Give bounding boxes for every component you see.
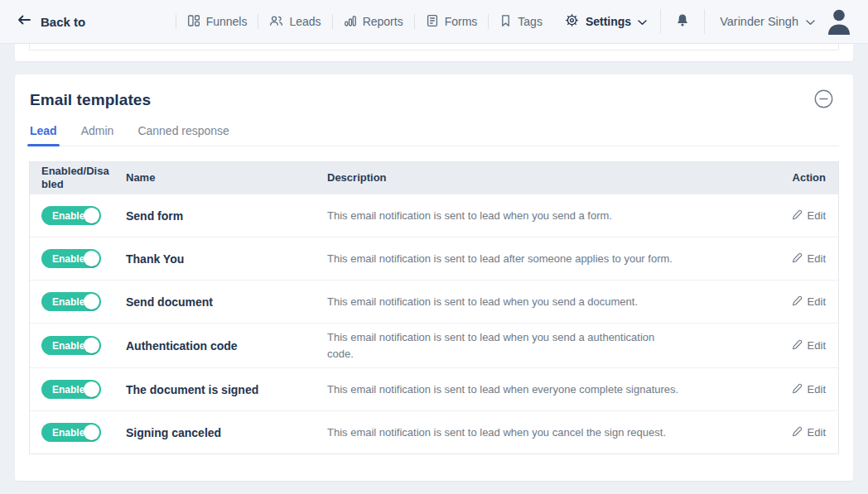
table-row: Enabled Send document This email notific… [30,280,838,323]
pencil-icon [792,426,803,439]
table-row: Enabled Signing canceled This email noti… [30,410,838,453]
card-header: Email templates [29,85,839,110]
user-menu[interactable]: Varinder Singh [705,15,827,28]
template-name: Signing canceled [126,426,327,439]
nav-label: Forms [445,15,478,28]
page-gap [0,61,868,74]
template-name: Send document [126,295,327,309]
edit-button[interactable]: Edit [792,295,826,309]
minus-circle-icon [814,89,833,111]
template-tabs: Lead Admin Canned response [29,124,839,146]
template-description: This email notification is sent to lead … [327,294,683,310]
pencil-icon [792,252,803,266]
table-header: Enabled/Disabled Name Description Action [30,162,838,194]
template-description: This email notification is sent to lead … [327,381,683,398]
forms-icon [426,14,439,30]
pencil-icon [792,295,803,309]
edit-label: Edit [808,209,826,222]
column-header-name: Name [126,171,327,185]
nav-item-funnels[interactable]: Funnels [176,14,258,30]
template-name: Send form [126,209,327,223]
template-description: This email notification is sent to lead … [327,251,683,267]
enabled-toggle[interactable]: Enabled [41,336,101,355]
nav-label: Funnels [206,15,248,28]
nav-label: Reports [363,15,403,28]
gear-icon [565,13,579,30]
bell-icon [676,13,689,31]
template-description: This email notification is sent to lead … [327,424,683,441]
table-row: Enabled Thank You This email notificatio… [30,237,838,280]
table-row: Enabled The document is signed This emai… [30,367,838,410]
reports-icon [344,14,357,30]
enabled-toggle[interactable]: Enabled [41,292,101,311]
pencil-icon [792,383,803,396]
nav-item-forms[interactable]: Forms [415,14,489,30]
edit-button[interactable]: Edit [792,252,826,266]
collapse-section-button[interactable] [813,90,833,110]
funnels-icon [187,14,200,30]
templates-table: Enabled/Disabled Name Description Action… [29,161,839,454]
edit-label: Edit [808,426,826,439]
previous-section-card-bottom [15,44,853,61]
tab-admin[interactable]: Admin [81,124,114,146]
back-button[interactable]: Back to [17,13,85,30]
edit-button[interactable]: Edit [792,209,826,223]
edit-label: Edit [808,295,826,308]
edit-button[interactable]: Edit [792,339,826,353]
notifications-button[interactable] [661,13,704,31]
edit-label: Edit [808,339,826,352]
previous-section-inner-border [29,44,839,50]
pencil-icon [792,209,803,223]
toggle-knob [84,424,99,440]
template-name: The document is signed [126,383,327,396]
enabled-toggle[interactable]: Enabled [41,423,101,442]
enabled-toggle[interactable]: Enabled [41,380,101,399]
toggle-knob [84,381,99,397]
top-navbar: Back to Funnels Leads Reports [0,0,868,44]
chevron-down-icon [806,15,815,28]
enabled-toggle[interactable]: Enabled [41,206,101,225]
table-row: Enabled Send form This email notificatio… [30,194,838,237]
template-name: Authentication code [126,339,327,353]
back-label: Back to [41,15,85,29]
edit-button[interactable]: Edit [792,426,826,439]
edit-button[interactable]: Edit [792,383,826,396]
column-header-description: Description [327,171,764,185]
edit-label: Edit [808,383,826,396]
template-description: This email notification is sent to lead … [327,329,683,362]
nav-item-reports[interactable]: Reports [333,14,414,30]
nav-label: Settings [586,15,631,28]
avatar[interactable] [827,8,851,35]
template-name: Thank You [126,252,327,266]
nav-menu: Funnels Leads Reports Forms [176,8,851,35]
toggle-knob [84,338,99,353]
page-title: Email templates [30,91,151,109]
nav-item-leads[interactable]: Leads [258,14,331,30]
tag-icon [499,14,512,30]
enabled-toggle[interactable]: Enabled [41,249,101,268]
user-name: Varinder Singh [720,15,798,28]
edit-label: Edit [808,252,826,265]
back-arrow-icon [17,13,31,30]
template-description: This email notification is sent to lead … [327,208,683,224]
chevron-down-icon [638,15,647,28]
nav-item-settings[interactable]: Settings [553,13,660,30]
column-header-action: Action [764,171,838,185]
nav-item-tags[interactable]: Tags [489,14,553,30]
nav-label: Leads [289,15,321,28]
toggle-knob [84,251,99,266]
tab-lead[interactable]: Lead [30,124,57,146]
pencil-icon [792,339,803,353]
toggle-knob [84,294,99,309]
column-header-enabled: Enabled/Disabled [30,165,126,192]
nav-label: Tags [518,15,542,28]
toggle-knob [84,208,99,223]
email-templates-card: Email templates Lead Admin Canned respon… [15,74,853,481]
tab-canned-response[interactable]: Canned response [137,124,229,146]
leads-icon [269,14,283,30]
table-row: Enabled Authentication code This email n… [30,323,838,367]
